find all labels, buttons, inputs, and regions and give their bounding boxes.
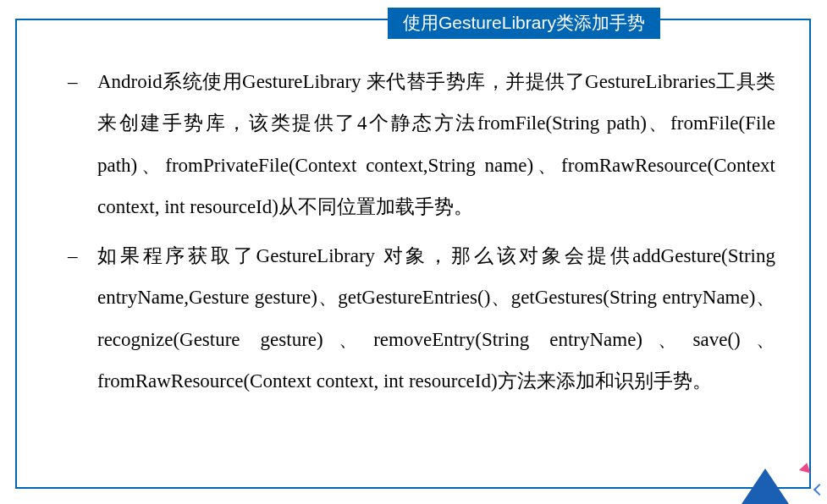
list-item: Android系统使用GestureLibrary 来代替手势库，并提供了Ges… [97,61,775,228]
decoration-triangle-outline [813,484,825,496]
title-badge: 使用GestureLibrary类添加手势 [388,8,660,39]
content-box: Android系统使用GestureLibrary 来代替手势库，并提供了Ges… [15,19,811,489]
decoration-triangle-blue [742,468,789,504]
list-item: 如果程序获取了GestureLibrary 对象，那么该对象会提供addGest… [97,235,775,403]
content-area: Android系统使用GestureLibrary 来代替手势库，并提供了Ges… [17,20,809,426]
